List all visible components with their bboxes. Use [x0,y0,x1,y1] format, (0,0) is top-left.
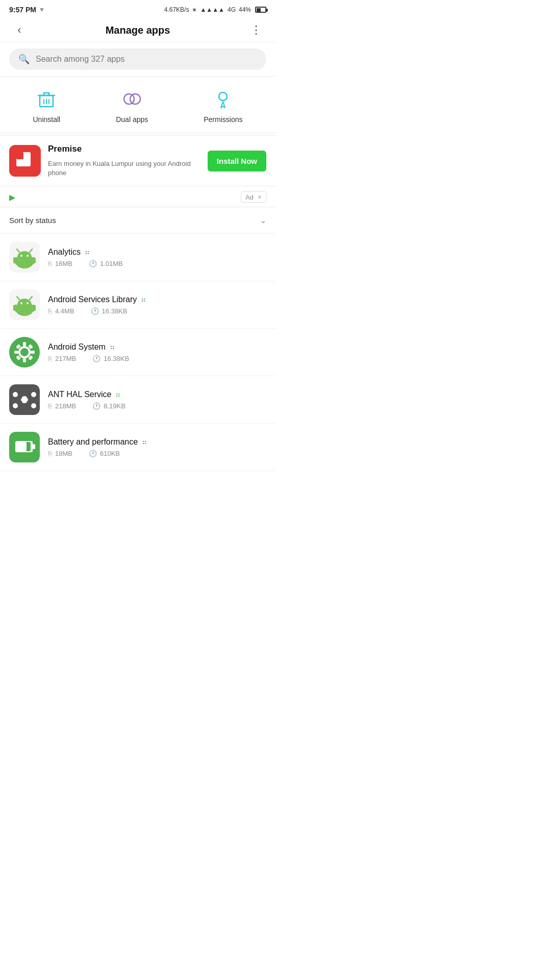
back-button[interactable]: ‹ [10,23,29,37]
ad-app-name: Premise [48,144,82,154]
svg-rect-38 [23,358,26,362]
svg-point-49 [13,403,18,408]
status-time: 9:57 PM ▼ [9,6,45,14]
svg-point-47 [13,392,18,397]
android-system-details: Android System ⠶ ⎘ 217MB 🕐 16.38KB [48,342,266,362]
svg-point-19 [27,255,29,257]
svg-rect-59 [16,442,27,451]
battery-cache: 🕐 610KB [89,450,120,457]
battery-indicator [255,7,266,13]
ant-hal-cache: 🕐 8.19KB [92,402,126,410]
status-right: 4.67KB/s ∗ ▲▲▲▲ 4G 44% [164,6,266,13]
android-system-name: Android System [48,342,106,352]
analytics-storage: ⎘ 16MB [48,260,72,267]
uninstall-label: Uninstall [33,115,61,124]
battery-storage: ⎘ 18MB [48,450,72,457]
app-item-battery[interactable]: Battery and performance ⠶ ⎘ 18MB 🕐 610KB [0,424,276,471]
svg-point-36 [20,348,29,356]
ad-close-button[interactable]: × [258,193,262,201]
svg-rect-40 [31,351,35,354]
ad-footer: ▶ Ad × [0,188,276,207]
android-services-status: ⠶ [141,296,145,304]
page-title: Manage apps [29,24,247,36]
svg-rect-33 [33,305,36,311]
search-input[interactable] [36,55,257,64]
svg-rect-23 [33,257,36,263]
android-services-cache: 🕐 16.38KB [91,307,128,315]
ad-banner: Premise Earn money in Kuala Lumpur using… [0,135,276,186]
ant-hal-storage: ⎘ 218MB [48,402,76,410]
search-icon: 🔍 [18,54,30,65]
app-item-android-services[interactable]: Android Services Library ⠶ ⎘ 4.4MB 🕐 16.… [0,281,276,329]
ad-app-description: Earn money in Kuala Lumpur using your An… [48,159,201,178]
permissions-action[interactable]: Permissions [204,87,242,124]
header: ‹ Manage apps ⋮ [0,18,276,42]
search-bar[interactable]: 🔍 [9,48,266,70]
android-services-details: Android Services Library ⠶ ⎘ 4.4MB 🕐 16.… [48,295,266,315]
android-system-app-icon [9,337,40,368]
permissions-label: Permissions [204,115,242,124]
battery-details: Battery and performance ⠶ ⎘ 18MB 🕐 610KB [48,437,266,457]
analytics-details: Analytics ⠶ ⎘ 16MB 🕐 1.01MB [48,248,266,267]
svg-rect-37 [23,342,26,346]
android-system-storage: ⎘ 217MB [48,355,76,362]
svg-point-29 [27,302,29,304]
ant-hal-name: ANT HAL Service [48,390,111,399]
app-item-ant-hal[interactable]: ANT HAL Service ⠶ ⎘ 218MB 🕐 8.19KB [0,376,276,424]
android-services-storage: ⎘ 4.4MB [48,307,74,315]
divider-2 [0,133,276,133]
android-services-name: Android Services Library [48,295,137,304]
svg-point-18 [20,255,22,257]
svg-point-17 [17,251,32,263]
dual-apps-action[interactable]: Dual apps [116,87,148,124]
quick-actions: Uninstall Dual apps Permissions [0,77,276,133]
ad-badge: Ad × [241,191,266,203]
sort-chevron-icon: ⌄ [260,215,266,225]
analytics-cache: 🕐 1.01MB [89,260,123,267]
app-item-android-system[interactable]: Android System ⠶ ⎘ 217MB 🕐 16.38KB [0,329,276,376]
battery-name: Battery and performance [48,437,138,447]
app-item-analytics[interactable]: Analytics ⠶ ⎘ 16MB 🕐 1.01MB [0,234,276,281]
more-options-button[interactable]: ⋮ [247,23,265,37]
svg-rect-57 [33,444,35,449]
android-system-cache: 🕐 16.38KB [92,355,129,362]
svg-point-9 [130,94,140,104]
permissions-icon [211,87,235,111]
play-store-icon: ▶ [9,192,15,202]
uninstall-action[interactable]: Uninstall [33,87,61,124]
ant-hal-details: ANT HAL Service ⠶ ⎘ 218MB 🕐 8.19KB [48,390,266,410]
android-services-app-icon [9,289,40,320]
sort-row[interactable]: Sort by status ⌄ [0,207,276,234]
svg-point-8 [124,94,134,104]
storage-icon: ⎘ [48,260,52,267]
svg-rect-13 [16,152,23,159]
cache-icon: 🕐 [89,260,97,267]
ant-hal-app-icon [9,384,40,415]
app-list: Analytics ⠶ ⎘ 16MB 🕐 1.01MB [0,234,276,471]
battery-app-icon [9,432,40,462]
svg-rect-22 [13,257,16,263]
uninstall-icon [34,87,59,111]
svg-point-46 [21,396,28,403]
dual-apps-icon [120,87,144,111]
svg-point-28 [20,302,22,304]
battery-status: ⠶ [142,438,146,446]
svg-rect-39 [14,351,18,354]
sort-label: Sort by status [9,216,56,225]
svg-point-48 [31,392,36,397]
status-bar: 9:57 PM ▼ 4.67KB/s ∗ ▲▲▲▲ 4G 44% [0,0,276,18]
ad-info: Premise Earn money in Kuala Lumpur using… [48,144,201,178]
analytics-status: ⠶ [85,248,89,256]
svg-point-50 [31,403,36,408]
android-system-status: ⠶ [110,343,114,351]
svg-point-27 [17,299,32,311]
analytics-app-icon [9,242,40,273]
dual-apps-label: Dual apps [116,115,148,124]
svg-point-10 [219,92,227,101]
analytics-name: Analytics [48,248,81,257]
install-now-button[interactable]: Install Now [208,151,266,172]
svg-rect-32 [13,305,16,311]
ad-app-icon [9,145,41,177]
ant-hal-status: ⠶ [115,390,120,399]
